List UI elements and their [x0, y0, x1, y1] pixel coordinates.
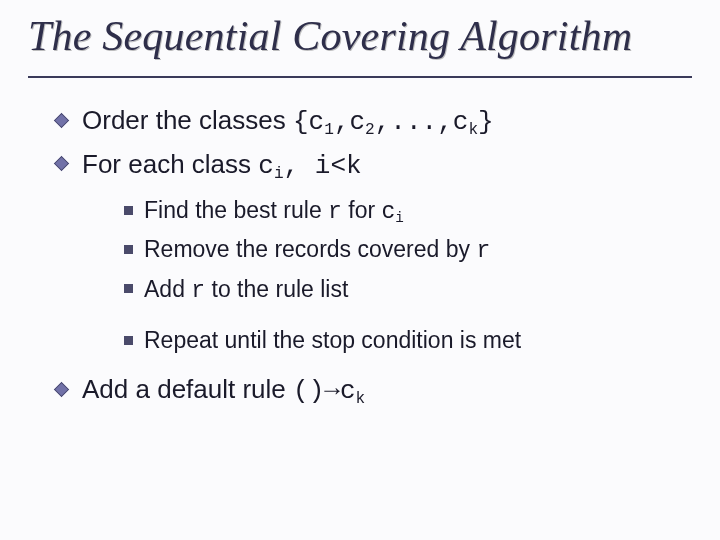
bullet-default-rule: Add a default rule ()→ck — [56, 371, 692, 411]
code: r — [476, 238, 490, 264]
text: Find the best rule — [144, 197, 328, 223]
text: Order the classes — [82, 105, 293, 135]
sub-bullet-add-rule: Add r to the rule list — [124, 273, 692, 308]
spacer — [124, 312, 692, 324]
code-part: c — [340, 376, 356, 406]
bullet-order-classes: Order the classes {c1,c2,...,ck} — [56, 102, 692, 142]
subscript: k — [355, 390, 365, 408]
subscript: 2 — [365, 121, 375, 139]
text: to the rule list — [205, 276, 348, 302]
code-part: ,c — [334, 107, 365, 137]
sub-bullet-list: Find the best rule r for ci Remove the r… — [82, 194, 692, 357]
subscript: k — [468, 121, 478, 139]
subscript: i — [274, 164, 284, 182]
text: Repeat until the stop condition is met — [144, 327, 521, 353]
code: r — [328, 199, 342, 225]
code: ci, i<k — [258, 151, 361, 181]
sub-bullet-remove-records: Remove the records covered by r — [124, 233, 692, 268]
text: for — [342, 197, 382, 223]
code-part: () — [293, 376, 324, 406]
code: ci — [382, 199, 404, 225]
code-part: , — [284, 151, 315, 181]
arrow-icon: → — [324, 376, 340, 406]
bullet-list: Order the classes {c1,c2,...,ck} For eac… — [28, 102, 692, 411]
code: ()→ck — [293, 376, 365, 406]
code-part: {c — [293, 107, 324, 137]
text: Remove the records covered by — [144, 236, 476, 262]
text: For each class — [82, 149, 258, 179]
code-part: ,...,c — [375, 107, 469, 137]
code: {c1,c2,...,ck} — [293, 107, 494, 137]
subscript: i — [395, 210, 404, 226]
sub-bullet-repeat: Repeat until the stop condition is met — [124, 324, 692, 357]
text: Add — [144, 276, 191, 302]
title-underline — [28, 76, 692, 78]
code-part: i<k — [315, 151, 362, 181]
bullet-for-each-class: For each class ci, i<k Find the best rul… — [56, 146, 692, 357]
subscript: 1 — [324, 121, 334, 139]
code: r — [191, 278, 205, 304]
code-part: } — [478, 107, 494, 137]
slide-title: The Sequential Covering Algorithm — [28, 14, 692, 58]
text: Add a default rule — [82, 374, 293, 404]
slide: The Sequential Covering Algorithm Order … — [0, 0, 720, 540]
code-part: c — [258, 151, 274, 181]
code-part: c — [382, 199, 396, 225]
sub-bullet-find-rule: Find the best rule r for ci — [124, 194, 692, 229]
